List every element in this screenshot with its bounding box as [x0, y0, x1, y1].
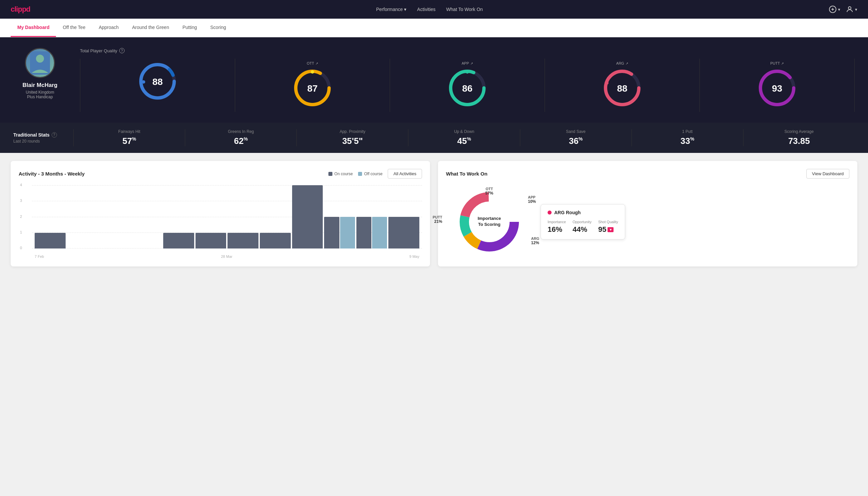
- stat-value-updown: 45%: [414, 136, 514, 146]
- gauge-label-arg: ARG ↗: [616, 61, 628, 65]
- bar-on-course-4[interactable]: [163, 233, 194, 249]
- player-country: United Kingdom: [26, 90, 54, 95]
- trad-stats-title: Traditional Stats ?: [13, 132, 73, 138]
- legend-off-course: Off course: [358, 172, 382, 176]
- info-panel: ARG Rough Importance 16% Opportunity 44%…: [541, 204, 625, 239]
- gauge-value-ott: 87: [307, 83, 317, 94]
- trad-stats-subtitle: Last 20 rounds: [13, 139, 73, 143]
- donut-svg: Importance To Scoring: [446, 185, 533, 259]
- stat-value-fairways: 57%: [79, 136, 179, 146]
- activity-card: Activity - 3 Months - Weekly On course O…: [11, 161, 430, 266]
- chart-legend: On course Off course: [328, 172, 383, 176]
- tab-around-the-green[interactable]: Around the Green: [125, 19, 175, 37]
- info-stat-value-importance: 16%: [548, 225, 566, 234]
- stat-label-updown: Up & Down: [414, 129, 514, 134]
- gauge-app: APP ↗ 86: [390, 59, 545, 112]
- stat-label-1putt: 1 Putt: [637, 129, 738, 134]
- activity-chart-area: 4 3 2 1 0 7 Feb 28 Mar 9 May: [19, 185, 422, 259]
- bar-on-course-7[interactable]: [260, 233, 291, 249]
- bars-container: [32, 185, 422, 248]
- info-icon[interactable]: ?: [119, 48, 125, 53]
- work-content: Importance To Scoring OTT 57% APP 10% AR…: [446, 185, 849, 259]
- svg-text:Importance: Importance: [478, 216, 501, 221]
- gauge-putt: PUTT ↗ 93: [700, 59, 855, 112]
- info-stat-opportunity: Opportunity 44%: [572, 220, 591, 234]
- legend-on-course: On course: [328, 172, 353, 176]
- donut-label-app: APP 10%: [528, 195, 536, 204]
- info-stat-value-shotquality: 95 ▼: [598, 225, 618, 234]
- info-stat-value-opportunity: 44%: [572, 225, 591, 234]
- bar-on-course-6[interactable]: [227, 233, 258, 249]
- donut-chart-container: Importance To Scoring OTT 57% APP 10% AR…: [446, 185, 533, 259]
- svg-point-18: [605, 81, 609, 84]
- stat-value-proximity: 35'5": [302, 136, 403, 146]
- stat-greens-in-reg: Greens In Reg 62%: [185, 129, 297, 146]
- top-navigation: clippd Performance ▾ Activities What To …: [0, 0, 868, 19]
- nav-center: Performance ▾ Activities What To Work On: [376, 7, 483, 12]
- info-stat-label-shotquality: Shot Quality: [598, 220, 618, 224]
- gauge-value-app: 86: [462, 83, 472, 94]
- tab-my-dashboard[interactable]: My Dashboard: [11, 19, 56, 37]
- x-label-3: 9 May: [409, 254, 419, 259]
- x-label-1: 7 Feb: [35, 254, 44, 259]
- donut-label-putt: PUTT 21%: [433, 215, 442, 224]
- bar-on-course-9[interactable]: [324, 217, 339, 248]
- svg-point-15: [465, 70, 469, 74]
- tab-approach[interactable]: Approach: [92, 19, 125, 37]
- stat-value-1putt: 33%: [637, 136, 738, 146]
- bar-on-course-10[interactable]: [357, 217, 372, 248]
- tab-scoring[interactable]: Scoring: [204, 19, 233, 37]
- bar-group-0: [35, 233, 66, 249]
- user-menu-button[interactable]: ▾: [846, 5, 857, 13]
- svg-point-21: [775, 103, 779, 106]
- info-stat-importance: Importance 16%: [548, 220, 566, 234]
- gauge-value-putt: 93: [772, 83, 782, 94]
- svg-text:To Scoring: To Scoring: [478, 222, 501, 227]
- add-button[interactable]: ▾: [829, 5, 840, 13]
- app-logo: clippd: [11, 5, 30, 14]
- gauge-label-ott: OTT ↗: [307, 61, 318, 65]
- bar-group-7: [260, 233, 291, 249]
- activity-card-title: Activity - 3 Months - Weekly: [19, 171, 84, 176]
- stat-value-gir: 62%: [190, 136, 291, 146]
- work-card-header: What To Work On View Dashboard: [446, 169, 849, 179]
- stat-up-and-down: Up & Down 45%: [408, 129, 520, 146]
- bar-on-course-0[interactable]: [35, 233, 66, 249]
- bar-off-course-10[interactable]: [372, 217, 387, 248]
- arg-indicator-dot: [548, 211, 552, 215]
- info-panel-title: ARG Rough: [548, 210, 618, 215]
- metrics-section: Total Player Quality ? 88: [80, 48, 855, 112]
- tab-putting[interactable]: Putting: [176, 19, 204, 37]
- trend-up-icon-app: ↗: [470, 62, 473, 65]
- bar-off-course-9[interactable]: [340, 217, 355, 248]
- stat-value-sandsave: 36%: [525, 136, 626, 146]
- bar-group-8: [292, 185, 323, 248]
- gauge-value-arg: 88: [617, 83, 627, 94]
- nav-what-to-work-on[interactable]: What To Work On: [446, 7, 483, 12]
- tab-off-the-tee[interactable]: Off the Tee: [56, 19, 92, 37]
- bar-on-course-8[interactable]: [292, 185, 323, 248]
- activity-card-header: Activity - 3 Months - Weekly On course O…: [19, 169, 422, 179]
- stat-label-fairways: Fairways Hit: [79, 129, 179, 134]
- nav-performance[interactable]: Performance ▾: [376, 7, 406, 12]
- tabs-bar: My Dashboard Off the Tee Approach Around…: [0, 19, 868, 37]
- view-dashboard-button[interactable]: View Dashboard: [806, 169, 849, 179]
- all-activities-button[interactable]: All Activities: [388, 169, 422, 179]
- total-player-quality-label: Total Player Quality ?: [80, 48, 855, 53]
- shot-quality-badge: ▼: [607, 227, 614, 232]
- trend-up-icon-putt: ↗: [781, 62, 784, 65]
- nav-activities[interactable]: Activities: [417, 7, 435, 12]
- player-handicap: Plus Handicap: [27, 95, 53, 99]
- donut-label-arg: ARG 12%: [531, 236, 539, 245]
- bar-on-course-5[interactable]: [195, 233, 226, 249]
- player-card: Blair McHarg United Kingdom Plus Handica…: [13, 48, 67, 99]
- trad-info-icon[interactable]: ?: [52, 132, 57, 138]
- bar-on-course-11[interactable]: [388, 217, 419, 248]
- bar-group-5: [195, 233, 226, 249]
- x-axis-labels: 7 Feb 28 Mar 9 May: [32, 254, 422, 259]
- stat-label-scoring: Scoring Average: [749, 129, 849, 134]
- info-stats-row: Importance 16% Opportunity 44% Shot Qual…: [548, 220, 618, 234]
- gauge-label-putt: PUTT ↗: [770, 61, 784, 65]
- gauge-value-overall: 88: [152, 77, 162, 87]
- player-name: Blair McHarg: [23, 82, 58, 89]
